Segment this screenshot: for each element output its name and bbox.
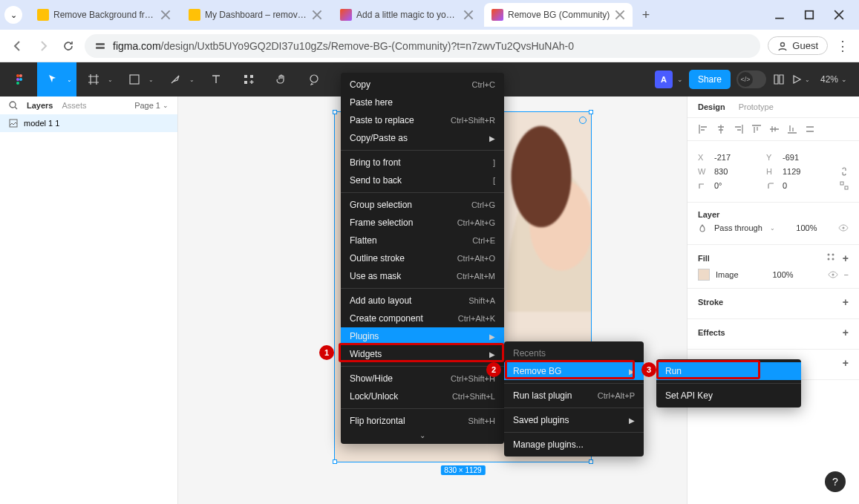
- menu-send-back[interactable]: Send to back[: [341, 171, 504, 189]
- help-button[interactable]: ?: [825, 471, 846, 492]
- submenu-manage-plugins[interactable]: Manage plugins...: [504, 436, 644, 454]
- browser-tab-2[interactable]: Add a little magic to your f: [333, 3, 481, 27]
- fill-type[interactable]: Image: [716, 270, 739, 279]
- layers-tab[interactable]: Layers: [27, 101, 53, 110]
- layer-row[interactable]: model 1 1: [0, 114, 177, 132]
- chevron-down-icon[interactable]: ⌄: [770, 225, 775, 232]
- fill-swatch[interactable]: [698, 269, 710, 281]
- browser-menu-button[interactable]: ⋮: [835, 38, 850, 54]
- menu-show-hide[interactable]: Show/HideCtrl+Shift+H: [341, 370, 504, 387]
- prototype-tab[interactable]: Prototype: [739, 102, 774, 111]
- text-tool[interactable]: [200, 62, 232, 96]
- frame-tool[interactable]: [78, 62, 109, 96]
- menu-create-component[interactable]: Create componentCtrl+Alt+K: [341, 310, 504, 327]
- menu-auto-layout[interactable]: Add auto layoutShift+A: [341, 292, 504, 310]
- close-icon[interactable]: [463, 10, 474, 20]
- resources-button[interactable]: [233, 62, 264, 96]
- y-input[interactable]: -691: [783, 153, 827, 162]
- add-stroke-button[interactable]: +: [843, 296, 849, 308]
- share-button[interactable]: Share: [689, 70, 731, 89]
- design-tab[interactable]: Design: [698, 102, 725, 111]
- align-hcenter-icon[interactable]: [716, 124, 726, 134]
- link-wh-icon[interactable]: [840, 166, 849, 177]
- rotation-handle[interactable]: [579, 117, 587, 124]
- close-icon[interactable]: [160, 10, 171, 20]
- rotation-input[interactable]: 0°: [714, 181, 759, 190]
- close-window-icon[interactable]: [834, 10, 844, 20]
- eye-icon[interactable]: [828, 270, 838, 279]
- pen-tool[interactable]: [160, 62, 191, 96]
- resize-handle-tr[interactable]: [589, 110, 593, 114]
- present-icon[interactable]: [791, 74, 802, 85]
- browser-tab-3[interactable]: Remove BG (Community): [484, 3, 633, 27]
- maximize-icon[interactable]: [804, 10, 814, 20]
- menu-flip-horizontal[interactable]: Flip horizontalShift+H: [341, 412, 504, 430]
- eye-icon[interactable]: [838, 223, 849, 232]
- menu-use-as-mask[interactable]: Use as maskCtrl+Alt+M: [341, 267, 504, 285]
- zoom-menu[interactable]: 42%⌄: [820, 74, 847, 85]
- align-vcenter-icon[interactable]: [769, 124, 780, 134]
- new-tab-button[interactable]: +: [636, 7, 656, 23]
- add-fill-button[interactable]: +: [843, 252, 849, 264]
- page-selector[interactable]: Page 1 ⌄: [134, 101, 169, 110]
- hand-tool[interactable]: [266, 62, 297, 96]
- x-input[interactable]: -217: [714, 153, 759, 162]
- resize-handle-tl[interactable]: [333, 110, 337, 114]
- fill-opacity[interactable]: 100%: [773, 270, 794, 279]
- menu-frame-selection[interactable]: Frame selectionCtrl+Alt+G: [341, 214, 504, 232]
- menu-scroll-down[interactable]: ⌄: [341, 430, 504, 441]
- add-effect-button[interactable]: +: [843, 327, 849, 338]
- dev-mode-toggle[interactable]: </>: [736, 71, 766, 88]
- resize-handle-br[interactable]: [589, 459, 593, 464]
- align-bottom-icon[interactable]: [787, 124, 797, 134]
- remove-fill-button[interactable]: −: [844, 270, 849, 279]
- align-right-icon[interactable]: [734, 124, 744, 134]
- figma-menu-button[interactable]: [4, 62, 36, 96]
- address-bar[interactable]: figma.com/design/Uxtb5UYo9GQ2DI37u10gZs/…: [85, 34, 760, 58]
- search-icon[interactable]: [9, 101, 18, 110]
- shape-tool[interactable]: [119, 62, 150, 96]
- close-icon[interactable]: [615, 10, 625, 20]
- menu-copy[interactable]: CopyCtrl+C: [341, 76, 504, 94]
- add-export-button[interactable]: +: [843, 357, 849, 369]
- close-icon[interactable]: [312, 10, 322, 20]
- align-left-icon[interactable]: [698, 124, 708, 134]
- h-input[interactable]: 1129: [783, 167, 827, 176]
- move-tool[interactable]: [37, 62, 68, 96]
- browser-tab-0[interactable]: Remove Background from: [30, 3, 178, 27]
- submenu-set-api-key[interactable]: Set API Key: [656, 387, 801, 405]
- site-settings-icon[interactable]: [95, 41, 105, 51]
- menu-lock-unlock[interactable]: Lock/UnlockCtrl+Shift+L: [341, 387, 504, 405]
- independent-corners-icon[interactable]: [840, 181, 849, 190]
- library-icon[interactable]: [772, 73, 785, 86]
- styles-icon[interactable]: [826, 252, 835, 261]
- menu-group[interactable]: Group selectionCtrl+G: [341, 196, 504, 214]
- align-top-icon[interactable]: [751, 124, 762, 134]
- assets-tab[interactable]: Assets: [62, 101, 86, 110]
- chevron-down-icon[interactable]: ⌄: [677, 76, 683, 83]
- avatar[interactable]: A: [655, 71, 673, 88]
- chevron-down-icon[interactable]: ⌄: [805, 76, 814, 83]
- distribute-icon[interactable]: [805, 124, 815, 134]
- back-button[interactable]: [9, 37, 27, 55]
- minimize-icon[interactable]: [774, 10, 785, 20]
- profile-button[interactable]: Guest: [768, 36, 828, 55]
- menu-flatten[interactable]: FlattenCtrl+E: [341, 232, 504, 249]
- menu-bring-front[interactable]: Bring to front]: [341, 154, 504, 171]
- forward-button[interactable]: [34, 37, 52, 55]
- menu-paste-replace[interactable]: Paste to replaceCtrl+Shift+R: [341, 111, 504, 129]
- menu-outline-stroke[interactable]: Outline strokeCtrl+Alt+O: [341, 249, 504, 267]
- tabs-dropdown[interactable]: ⌄: [4, 6, 22, 24]
- submenu-saved-plugins[interactable]: Saved plugins▶: [504, 411, 644, 429]
- comment-tool[interactable]: [298, 62, 330, 96]
- reload-button[interactable]: [59, 37, 77, 55]
- opacity-input[interactable]: 100%: [796, 223, 817, 232]
- browser-tab-1[interactable]: My Dashboard – remove.b: [181, 3, 330, 27]
- corner-input[interactable]: 0: [783, 181, 827, 190]
- resize-handle-bl[interactable]: [333, 459, 337, 464]
- menu-paste-here[interactable]: Paste here: [341, 94, 504, 111]
- menu-copy-paste-as[interactable]: Copy/Paste as▶: [341, 129, 504, 147]
- w-input[interactable]: 830: [714, 167, 759, 176]
- submenu-run-last[interactable]: Run last pluginCtrl+Alt+P: [504, 387, 644, 405]
- blend-mode[interactable]: Pass through: [714, 223, 762, 232]
